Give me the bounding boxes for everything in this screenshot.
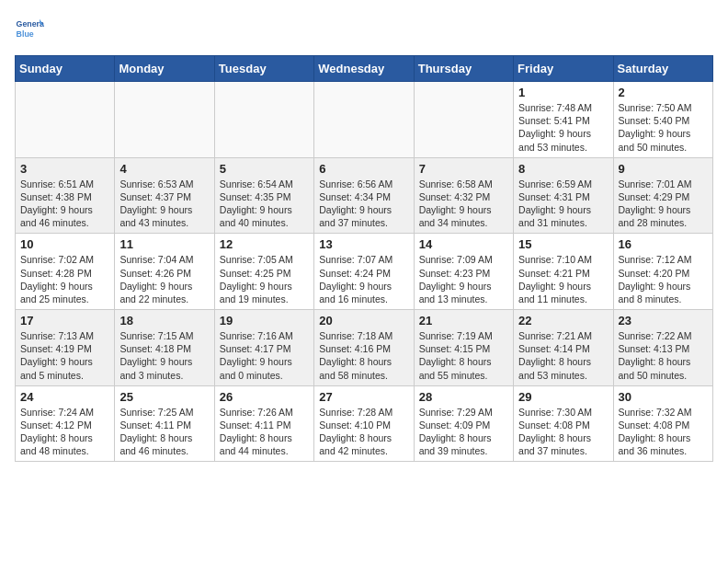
calendar-day: 19Sunrise: 7:16 AM Sunset: 4:17 PM Dayli…	[214, 310, 313, 386]
calendar-day	[314, 82, 414, 158]
calendar-day: 3Sunrise: 6:51 AM Sunset: 4:38 PM Daylig…	[16, 157, 115, 234]
day-number: 18	[119, 314, 209, 327]
day-number: 20	[319, 314, 408, 327]
day-number: 8	[518, 162, 608, 176]
day-number: 13	[319, 237, 408, 251]
day-number: 16	[619, 237, 708, 251]
day-info: Sunrise: 6:53 AM Sunset: 4:37 PM Dayligh…	[119, 178, 209, 230]
day-info: Sunrise: 7:05 AM Sunset: 4:25 PM Dayligh…	[220, 253, 309, 305]
day-info: Sunrise: 7:12 AM Sunset: 4:20 PM Dayligh…	[619, 253, 708, 305]
day-number: 3	[20, 162, 109, 176]
calendar-week-row: 1Sunrise: 7:48 AM Sunset: 5:41 PM Daylig…	[16, 82, 713, 158]
day-info: Sunrise: 7:01 AM Sunset: 4:29 PM Dayligh…	[619, 178, 708, 230]
day-info: Sunrise: 7:50 AM Sunset: 5:40 PM Dayligh…	[619, 101, 708, 154]
calendar-day: 9Sunrise: 7:01 AM Sunset: 4:29 PM Daylig…	[613, 157, 712, 234]
day-info: Sunrise: 6:51 AM Sunset: 4:38 PM Dayligh…	[20, 178, 109, 230]
calendar-table: SundayMondayTuesdayWednesdayThursdayFrid…	[15, 55, 713, 462]
page-header: General Blue	[15, 15, 713, 44]
calendar-day: 8Sunrise: 6:59 AM Sunset: 4:31 PM Daylig…	[514, 157, 613, 234]
calendar-day: 15Sunrise: 7:10 AM Sunset: 4:21 PM Dayli…	[514, 234, 613, 310]
day-number: 2	[619, 86, 708, 99]
calendar-day: 29Sunrise: 7:30 AM Sunset: 4:08 PM Dayli…	[514, 385, 613, 462]
calendar-day: 17Sunrise: 7:13 AM Sunset: 4:19 PM Dayli…	[16, 310, 115, 386]
calendar-day: 5Sunrise: 6:54 AM Sunset: 4:35 PM Daylig…	[214, 157, 313, 234]
calendar-day: 4Sunrise: 6:53 AM Sunset: 4:37 PM Daylig…	[115, 157, 214, 234]
day-info: Sunrise: 7:30 AM Sunset: 4:08 PM Dayligh…	[518, 406, 608, 458]
day-number: 7	[419, 162, 508, 176]
day-info: Sunrise: 7:32 AM Sunset: 4:08 PM Dayligh…	[619, 406, 708, 458]
day-info: Sunrise: 7:19 AM Sunset: 4:15 PM Dayligh…	[419, 329, 508, 382]
logo-icon: General Blue	[15, 15, 44, 44]
calendar-week-row: 3Sunrise: 6:51 AM Sunset: 4:38 PM Daylig…	[16, 157, 713, 234]
day-number: 17	[20, 314, 109, 327]
day-number: 27	[319, 390, 408, 404]
calendar-day	[16, 82, 115, 158]
calendar-day: 14Sunrise: 7:09 AM Sunset: 4:23 PM Dayli…	[414, 234, 513, 310]
calendar-day: 7Sunrise: 6:58 AM Sunset: 4:32 PM Daylig…	[414, 157, 513, 234]
day-info: Sunrise: 7:24 AM Sunset: 4:12 PM Dayligh…	[20, 406, 109, 458]
calendar-day	[115, 82, 214, 158]
calendar-day: 25Sunrise: 7:25 AM Sunset: 4:11 PM Dayli…	[115, 385, 214, 462]
calendar-day: 23Sunrise: 7:22 AM Sunset: 4:13 PM Dayli…	[613, 310, 712, 386]
calendar-day: 21Sunrise: 7:19 AM Sunset: 4:15 PM Dayli…	[414, 310, 513, 386]
day-number: 23	[619, 314, 708, 327]
day-number: 28	[419, 390, 508, 404]
day-info: Sunrise: 7:48 AM Sunset: 5:41 PM Dayligh…	[518, 101, 608, 154]
svg-text:Blue: Blue	[17, 29, 34, 39]
day-info: Sunrise: 6:58 AM Sunset: 4:32 PM Dayligh…	[419, 178, 508, 230]
day-number: 10	[20, 237, 109, 251]
day-info: Sunrise: 7:26 AM Sunset: 4:11 PM Dayligh…	[220, 406, 309, 458]
day-info: Sunrise: 6:59 AM Sunset: 4:31 PM Dayligh…	[518, 178, 608, 230]
calendar-day	[414, 82, 513, 158]
calendar-day: 27Sunrise: 7:28 AM Sunset: 4:10 PM Dayli…	[314, 385, 414, 462]
calendar-day: 30Sunrise: 7:32 AM Sunset: 4:08 PM Dayli…	[613, 385, 712, 462]
day-number: 9	[619, 162, 708, 176]
day-info: Sunrise: 7:21 AM Sunset: 4:14 PM Dayligh…	[518, 329, 608, 382]
calendar-day: 1Sunrise: 7:48 AM Sunset: 5:41 PM Daylig…	[514, 82, 613, 158]
calendar-day: 28Sunrise: 7:29 AM Sunset: 4:09 PM Dayli…	[414, 385, 513, 462]
column-header-monday: Monday	[115, 56, 214, 82]
day-number: 14	[419, 237, 508, 251]
day-number: 4	[119, 162, 209, 176]
day-info: Sunrise: 7:09 AM Sunset: 4:23 PM Dayligh…	[419, 253, 508, 305]
day-info: Sunrise: 6:54 AM Sunset: 4:35 PM Dayligh…	[220, 178, 309, 230]
calendar-week-row: 17Sunrise: 7:13 AM Sunset: 4:19 PM Dayli…	[16, 310, 713, 386]
calendar-week-row: 24Sunrise: 7:24 AM Sunset: 4:12 PM Dayli…	[16, 385, 713, 462]
day-info: Sunrise: 7:25 AM Sunset: 4:11 PM Dayligh…	[119, 406, 209, 458]
calendar-day: 18Sunrise: 7:15 AM Sunset: 4:18 PM Dayli…	[115, 310, 214, 386]
column-header-thursday: Thursday	[414, 56, 513, 82]
calendar-day: 26Sunrise: 7:26 AM Sunset: 4:11 PM Dayli…	[214, 385, 313, 462]
day-number: 11	[119, 237, 209, 251]
day-number: 26	[220, 390, 309, 404]
calendar-day: 2Sunrise: 7:50 AM Sunset: 5:40 PM Daylig…	[613, 82, 712, 158]
day-number: 29	[518, 390, 608, 404]
day-number: 15	[518, 237, 608, 251]
calendar-day: 10Sunrise: 7:02 AM Sunset: 4:28 PM Dayli…	[16, 234, 115, 310]
calendar-day: 22Sunrise: 7:21 AM Sunset: 4:14 PM Dayli…	[514, 310, 613, 386]
day-info: Sunrise: 7:16 AM Sunset: 4:17 PM Dayligh…	[220, 329, 309, 382]
day-number: 24	[20, 390, 109, 404]
day-info: Sunrise: 7:13 AM Sunset: 4:19 PM Dayligh…	[20, 329, 109, 382]
day-number: 5	[220, 162, 309, 176]
calendar-day: 12Sunrise: 7:05 AM Sunset: 4:25 PM Dayli…	[214, 234, 313, 310]
day-info: Sunrise: 6:56 AM Sunset: 4:34 PM Dayligh…	[319, 178, 408, 230]
day-info: Sunrise: 7:28 AM Sunset: 4:10 PM Dayligh…	[319, 406, 408, 458]
calendar-header-row: SundayMondayTuesdayWednesdayThursdayFrid…	[16, 56, 713, 82]
calendar-day: 16Sunrise: 7:12 AM Sunset: 4:20 PM Dayli…	[613, 234, 712, 310]
column-header-saturday: Saturday	[613, 56, 712, 82]
day-number: 6	[319, 162, 408, 176]
day-info: Sunrise: 7:18 AM Sunset: 4:16 PM Dayligh…	[319, 329, 408, 382]
day-number: 21	[419, 314, 508, 327]
calendar-day: 11Sunrise: 7:04 AM Sunset: 4:26 PM Dayli…	[115, 234, 214, 310]
column-header-sunday: Sunday	[16, 56, 115, 82]
day-info: Sunrise: 7:04 AM Sunset: 4:26 PM Dayligh…	[119, 253, 209, 305]
day-number: 12	[220, 237, 309, 251]
day-number: 19	[220, 314, 309, 327]
column-header-wednesday: Wednesday	[314, 56, 414, 82]
day-number: 1	[518, 86, 608, 99]
calendar-day: 13Sunrise: 7:07 AM Sunset: 4:24 PM Dayli…	[314, 234, 414, 310]
day-number: 22	[518, 314, 608, 327]
day-number: 25	[119, 390, 209, 404]
column-header-tuesday: Tuesday	[214, 56, 313, 82]
day-info: Sunrise: 7:15 AM Sunset: 4:18 PM Dayligh…	[119, 329, 209, 382]
